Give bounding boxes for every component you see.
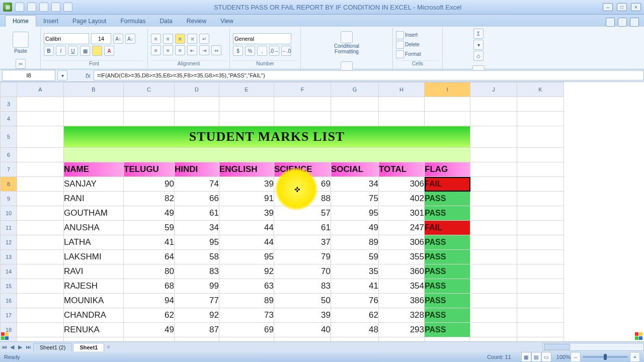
cell-value[interactable]: 83 — [274, 279, 331, 294]
view-pagebreak-icon[interactable]: ▭ — [541, 352, 551, 362]
row-header[interactable]: 6 — [1, 148, 17, 162]
autosum-icon[interactable]: Σ — [473, 29, 484, 39]
increase-font-icon[interactable]: A↑ — [113, 34, 123, 44]
column-header[interactable]: I — [425, 82, 470, 97]
cell-empty[interactable] — [379, 112, 425, 126]
insert-function-icon[interactable]: fx — [83, 72, 94, 79]
minimize-button[interactable]: – — [603, 3, 613, 11]
redo-icon[interactable] — [39, 3, 48, 12]
cell-value[interactable]: 360 — [379, 264, 425, 279]
name-box[interactable] — [2, 70, 55, 81]
row-header[interactable]: 4 — [1, 112, 17, 126]
cell-value[interactable]: 355 — [379, 250, 425, 264]
cell-empty[interactable] — [219, 97, 274, 112]
table-header-cell[interactable]: TELUGU — [124, 162, 175, 177]
tab-home[interactable]: Home — [5, 15, 36, 27]
cell-empty[interactable] — [274, 337, 331, 342]
cell-empty[interactable] — [64, 112, 124, 126]
cell-value[interactable]: 49 — [124, 323, 175, 337]
cell-name[interactable]: LAKSHMI — [64, 250, 124, 264]
currency-icon[interactable]: $ — [233, 46, 243, 56]
row-header[interactable]: 11 — [1, 221, 17, 235]
cell-flag[interactable]: PASS — [425, 192, 470, 206]
increase-indent-icon[interactable]: ⇥ — [199, 45, 209, 55]
cell-value[interactable]: 50 — [274, 294, 331, 308]
cut-icon[interactable]: ✂ — [16, 59, 26, 69]
sheet-tab[interactable]: Sheet1 (2) — [33, 343, 72, 351]
cell-empty[interactable] — [124, 97, 175, 112]
cell-empty[interactable] — [470, 337, 517, 342]
cell-value[interactable]: 306 — [379, 235, 425, 250]
decrease-decimal-icon[interactable]: ←.0 — [281, 46, 291, 56]
cell-flag[interactable]: PASS — [425, 323, 470, 337]
align-right-icon[interactable]: ≡ — [175, 45, 185, 55]
cell-value[interactable]: 75 — [331, 192, 379, 206]
cell-empty[interactable] — [175, 112, 219, 126]
save-icon[interactable] — [15, 3, 24, 12]
cell-empty[interactable] — [124, 337, 175, 342]
align-bottom-icon[interactable]: ≡ — [175, 34, 185, 44]
row-header[interactable]: 14 — [1, 264, 17, 279]
cell-value[interactable]: 76 — [331, 294, 379, 308]
format-cells-button[interactable]: Format — [396, 50, 439, 58]
cell-value[interactable]: 87 — [175, 323, 219, 337]
cell-flag[interactable]: FAIL — [425, 221, 470, 235]
orientation-icon[interactable]: ⤭ — [187, 34, 197, 44]
cell-value[interactable]: 92 — [175, 308, 219, 323]
italic-button[interactable]: I — [56, 46, 66, 56]
cell-value[interactable]: 61 — [175, 206, 219, 221]
cell-value[interactable]: 63 — [219, 279, 274, 294]
cell-flag[interactable]: FAIL — [425, 177, 470, 192]
cell-empty[interactable] — [379, 97, 425, 112]
cell-value[interactable]: 68 — [124, 279, 175, 294]
cell-value[interactable]: 247 — [379, 221, 425, 235]
table-title-cell[interactable]: STUDENT MARKS LIST — [64, 126, 470, 148]
select-all-cell[interactable] — [1, 82, 17, 97]
table-header-cell[interactable]: HINDI — [175, 162, 219, 177]
row-header[interactable]: 3 — [1, 97, 17, 112]
cell-value[interactable]: 301 — [379, 206, 425, 221]
column-header[interactable]: J — [470, 82, 517, 97]
border-icon[interactable]: ▦ — [80, 46, 90, 56]
paste-button[interactable]: Paste — [10, 29, 32, 57]
cell-empty[interactable] — [17, 337, 64, 342]
column-header[interactable]: C — [124, 82, 175, 97]
zoom-level[interactable]: 100% — [556, 354, 571, 360]
cell-empty[interactable] — [64, 148, 470, 162]
cell-value[interactable]: 41 — [124, 235, 175, 250]
cell-value[interactable]: 59 — [124, 221, 175, 235]
column-header[interactable]: E — [219, 82, 274, 97]
zoom-slider[interactable] — [583, 356, 628, 358]
help-icon[interactable] — [606, 18, 615, 27]
cell-value[interactable]: 91 — [219, 192, 274, 206]
cell-flag[interactable]: PASS — [425, 250, 470, 264]
cell-name[interactable]: GOUTHAM — [64, 206, 124, 221]
cell-empty[interactable] — [331, 337, 379, 342]
cell-value[interactable]: 79 — [274, 250, 331, 264]
cell-value[interactable]: 62 — [124, 308, 175, 323]
cell-empty[interactable] — [517, 97, 564, 112]
cell-empty[interactable] — [219, 112, 274, 126]
row-header[interactable]: 9 — [1, 192, 17, 206]
cell-name[interactable]: SANJAY — [64, 177, 124, 192]
cell-name[interactable]: CHANDRA — [64, 308, 124, 323]
sheet-tab-active[interactable]: Sheet1 — [73, 343, 104, 351]
cell-value[interactable]: 402 — [379, 192, 425, 206]
cell-empty[interactable] — [17, 126, 64, 148]
cell-value[interactable]: 69 — [219, 323, 274, 337]
cell-value[interactable]: 88 — [274, 192, 331, 206]
decrease-font-icon[interactable]: A↓ — [125, 34, 135, 44]
cell-value[interactable]: 94 — [124, 294, 175, 308]
cell-value[interactable]: 39 — [219, 206, 274, 221]
table-header-cell[interactable]: NAME — [64, 162, 124, 177]
cell-value[interactable]: 57 — [274, 206, 331, 221]
cell-value[interactable]: 73 — [219, 308, 274, 323]
table-header-cell[interactable]: TOTAL — [379, 162, 425, 177]
column-header[interactable]: A — [17, 82, 64, 97]
formula-input[interactable]: =IF(AND(C8>=35,D8>=35,E8>=35,F8>=35,G8>=… — [94, 70, 644, 80]
cell-empty[interactable] — [425, 337, 470, 342]
tab-last-icon[interactable]: ⏭ — [24, 344, 32, 350]
cell-value[interactable]: 70 — [274, 264, 331, 279]
cell-value[interactable]: 83 — [175, 264, 219, 279]
cell-flag[interactable]: PASS — [425, 264, 470, 279]
